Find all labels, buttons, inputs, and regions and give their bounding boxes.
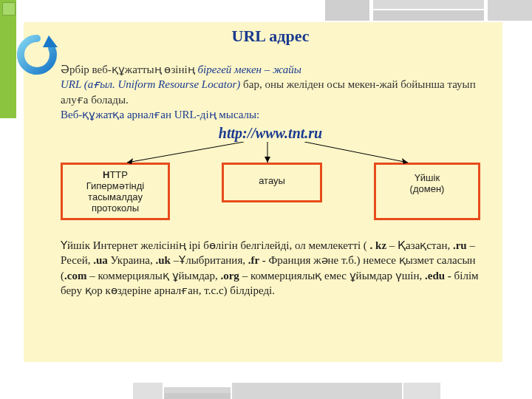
svg-marker-2 xyxy=(127,158,133,164)
page-title: URL адрес xyxy=(61,27,480,46)
box-name: атауы xyxy=(222,163,322,202)
text: Үйшік xyxy=(415,172,440,183)
svg-line-1 xyxy=(127,142,244,163)
refresh-arrow-icon xyxy=(15,33,59,77)
tld-org: .org xyxy=(220,270,239,282)
svg-marker-6 xyxy=(402,158,408,164)
tld-uk: .uk xyxy=(156,254,171,266)
text: . xyxy=(272,284,275,296)
text: – Қазақстан, xyxy=(386,239,453,251)
tld-ua: .ua xyxy=(93,254,108,266)
text: Үйшік Интернет желісінің ірі бөлігін бел… xyxy=(61,239,370,251)
tld-com: .com xyxy=(64,270,86,282)
svg-marker-0 xyxy=(43,35,58,47)
text: протоколы xyxy=(92,202,139,214)
box-http: НТТР Гипермәтінді тасымалдау протоколы xyxy=(61,163,170,220)
svg-line-5 xyxy=(304,142,408,163)
pointer-arrows xyxy=(61,146,480,163)
text: URL (ағыл. Uniform Resourse Locator) xyxy=(61,78,243,90)
text: бірегей мекен – жайы xyxy=(197,64,301,75)
svg-marker-4 xyxy=(265,157,270,163)
text: тасымалдау xyxy=(88,191,143,202)
text: ТТР xyxy=(109,169,128,180)
example-url: http://www.tnt.ru xyxy=(61,125,480,142)
text: бар xyxy=(243,78,259,90)
left-green-strip xyxy=(0,0,16,118)
tld-kz: . kz xyxy=(370,239,387,251)
box-domain: Үйшік (домен) xyxy=(374,163,480,220)
text: Гипермәтінді xyxy=(86,180,145,191)
text: –Ұлыбритания, xyxy=(171,254,248,266)
text: – коммерциялық ұйымдар, xyxy=(86,270,220,282)
bottom-decoration xyxy=(133,378,443,399)
text: Веб-құжатқа арналған URL-дің мысалы: xyxy=(61,109,259,120)
text: атауы xyxy=(259,175,285,186)
text: Әрбір веб-құжаттың өзінің xyxy=(61,64,197,75)
url-part-boxes: НТТР Гипермәтінді тасымалдау протоколы а… xyxy=(61,163,480,220)
tld-fr: .fr - xyxy=(248,254,269,266)
domain-paragraph: Үйшік Интернет желісінің ірі бөлігін бел… xyxy=(61,238,480,298)
slide-page: URL адрес Әрбір веб-құжаттың өзінің біре… xyxy=(0,0,532,399)
tld-edu: .edu - xyxy=(425,270,454,282)
content-area: URL адрес Әрбір веб-құжаттың өзінің біре… xyxy=(24,22,502,362)
text: Н xyxy=(103,169,109,180)
text: (домен) xyxy=(410,183,445,194)
top-decoration xyxy=(325,0,488,22)
text: Украина, xyxy=(108,254,156,266)
tld-ru: .ru xyxy=(453,239,467,251)
intro-paragraph: Әрбір веб-құжаттың өзінің бірегей мекен … xyxy=(61,62,480,122)
text: – коммерциялық емес ұйымдар үшін, xyxy=(239,270,425,282)
